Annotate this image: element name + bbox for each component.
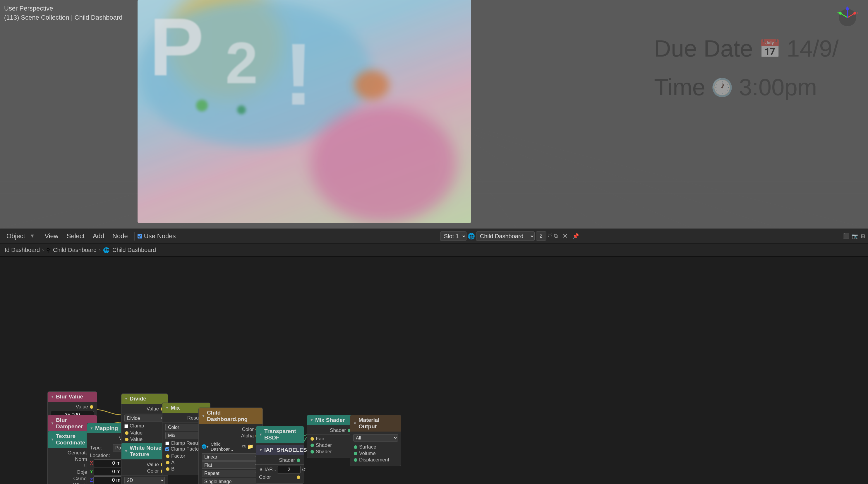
breadcrumb-bar: Id Dashboard › ⚲ Child Dashboard › 🌐 Chi…	[0, 244, 868, 257]
node-canvas[interactable]: ▼ Blur Value Value 25.000 ▼ Blur Dampene…	[0, 257, 868, 484]
node-white-noise[interactable]: ▼ White Noise Texture Value Color 2D	[121, 443, 168, 484]
shield-icon: 🛡	[548, 233, 553, 239]
mat-output-target[interactable]: All	[353, 434, 398, 442]
svg-text:Z: Z	[846, 6, 848, 8]
node-iap-header: ▼ IAP_SHADELESS ✏	[256, 445, 304, 455]
toolbar-right-icons: ⬛ 📷 ⊞	[843, 233, 865, 239]
node-divide[interactable]: ▼ Divide Value Divide Clamp Value	[121, 394, 168, 446]
iap-cycle-icon[interactable]: ↺	[302, 467, 306, 473]
png-copy-icon[interactable]: ⧉	[242, 444, 246, 449]
layout-icon[interactable]: ⊞	[861, 233, 865, 239]
breadcrumb-icon-1: ⚲	[46, 247, 50, 253]
node-material-output[interactable]: ▼ Material Output All Surface Volume	[350, 415, 401, 466]
blur-value-output: Value	[51, 404, 94, 410]
node-mix-shader[interactable]: ▼ Mix Shader Shader Fac Shader	[307, 415, 355, 458]
png-folder-icon[interactable]: 📁	[247, 444, 253, 450]
node-transparent-bsdf-header: ▼ Transparent BSDF	[256, 426, 304, 443]
breadcrumb-id[interactable]: Id Dashboard	[5, 247, 40, 253]
pin-icon: 📌	[572, 233, 579, 239]
node-white-noise-header: ▼ White Noise Texture	[121, 443, 168, 459]
viewport-poster: P 2 !	[137, 0, 471, 223]
node-child-png-header: ▼ Child Dashboard.png	[199, 408, 262, 424]
child-png-ext[interactable]: Repeat	[202, 469, 259, 477]
separator2	[134, 232, 135, 240]
axis-indicator: X Y Z	[836, 6, 859, 29]
globe-icon: 🌐	[468, 233, 475, 240]
divide-type[interactable]: Divide	[124, 415, 165, 422]
viewport-3d[interactable]: P 2 ! Due Date 📅 14/9/ Time 🕐 3:00pm Use…	[0, 0, 868, 229]
viewport-info: User Perspective (113) Scene Collection …	[4, 4, 122, 22]
node-editor[interactable]: Object ▼ View Select Add Node Use Nodes …	[0, 229, 868, 484]
node-iap-shadeless[interactable]: ▼ IAP_SHADELESS ✏ Shader 👁 IAP... 2 ↺ Co…	[256, 445, 304, 484]
svg-text:Y: Y	[837, 11, 839, 15]
view-menu-btn[interactable]: View	[41, 231, 62, 241]
breadcrumb-child2[interactable]: Child Dashboard	[113, 247, 156, 253]
camera-icon[interactable]: 📷	[852, 233, 858, 239]
svg-point-20	[854, 12, 856, 15]
frame-icon[interactable]: ⬛	[843, 233, 849, 239]
separator	[38, 232, 38, 240]
use-nodes-toggle[interactable]: Use Nodes	[137, 232, 176, 240]
material-count-btn[interactable]: 2	[536, 231, 547, 240]
svg-line-15	[434, 117, 868, 229]
due-date-overlay: Due Date 📅 14/9/ Time 🕐 3:00pm	[654, 35, 839, 113]
breadcrumb-icon-2: 🌐	[103, 247, 110, 253]
child-png-interp[interactable]: Linear	[202, 453, 259, 461]
node-mix-shader-header: ▼ Mix Shader	[307, 415, 355, 425]
node-material-output-header: ▼ Material Output	[350, 415, 401, 432]
material-dropdown[interactable]: Child Dashboard	[476, 231, 535, 241]
child-png-src[interactable]: Single Image	[202, 478, 259, 484]
node-blur-value-header: ▼ Blur Value	[48, 392, 97, 402]
add-menu-btn[interactable]: Add	[89, 231, 108, 241]
close-material-btn[interactable]: ✕	[559, 231, 571, 241]
slot-dropdown[interactable]: Slot 1	[440, 231, 466, 241]
copy-icon: ⧉	[554, 233, 558, 239]
svg-line-14	[434, 117, 780, 229]
node-child-png[interactable]: ▼ Child Dashboard.png Color Alpha 🌐▾ Chi…	[198, 407, 263, 484]
node-menu-btn[interactable]: Node	[109, 231, 131, 241]
node-divide-header: ▼ Divide	[121, 394, 168, 404]
breadcrumb-child1[interactable]: Child Dashboard	[53, 247, 97, 253]
svg-line-13	[434, 117, 692, 229]
white-noise-dim[interactable]: 2D	[124, 477, 165, 484]
node-toolbar: Object ▼ View Select Add Node Use Nodes …	[0, 229, 868, 244]
child-png-proj[interactable]: Flat	[202, 461, 259, 469]
svg-text:X: X	[856, 11, 859, 15]
object-menu-btn[interactable]: Object	[3, 231, 29, 241]
select-menu-btn[interactable]: Select	[63, 231, 88, 241]
